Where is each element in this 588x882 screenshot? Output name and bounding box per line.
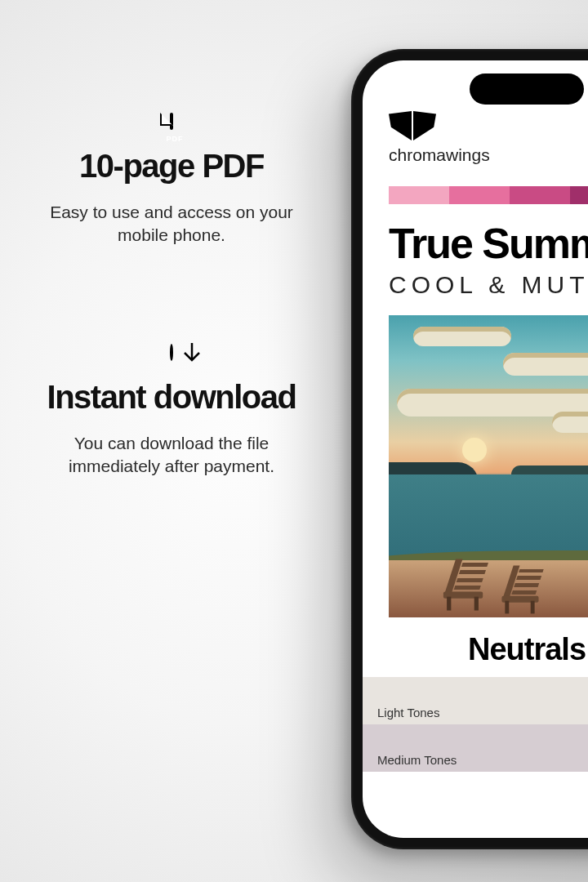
brand-name: chromawings xyxy=(389,145,588,165)
feature-pdf: 10-page PDF Easy to use and access on yo… xyxy=(33,114,310,247)
pdf-file-icon xyxy=(170,114,173,129)
phone-mockup: chromawings True Summer COOL & MUTED xyxy=(351,49,588,849)
document-preview: chromawings True Summer COOL & MUTED xyxy=(363,60,588,838)
palette-strip xyxy=(389,186,588,204)
feature-download-title: Instant download xyxy=(33,380,310,414)
feature-download-desc: You can download the file immediately af… xyxy=(33,432,310,479)
tone-row-medium: Medium Tones xyxy=(363,724,588,772)
feature-column: 10-page PDF Easy to use and access on yo… xyxy=(33,114,310,576)
tone-medium-label: Medium Tones xyxy=(377,753,457,767)
phone-screen: chromawings True Summer COOL & MUTED xyxy=(363,60,588,838)
section-title-neutrals: Neutrals xyxy=(363,617,588,677)
cover-illustration xyxy=(389,315,588,617)
document-title: True Summer xyxy=(363,219,588,268)
document-subtitle: COOL & MUTED xyxy=(363,268,588,315)
tone-row-light: Light Tones xyxy=(363,677,588,724)
feature-pdf-desc: Easy to use and access on your mobile ph… xyxy=(33,201,310,247)
phone-notch xyxy=(470,74,584,105)
tone-light-label: Light Tones xyxy=(377,706,439,719)
feature-pdf-title: 10-page PDF xyxy=(33,149,310,183)
feature-download: Instant download You can download the fi… xyxy=(33,345,310,479)
butterfly-logo-icon xyxy=(389,111,588,140)
download-icon xyxy=(170,345,173,360)
